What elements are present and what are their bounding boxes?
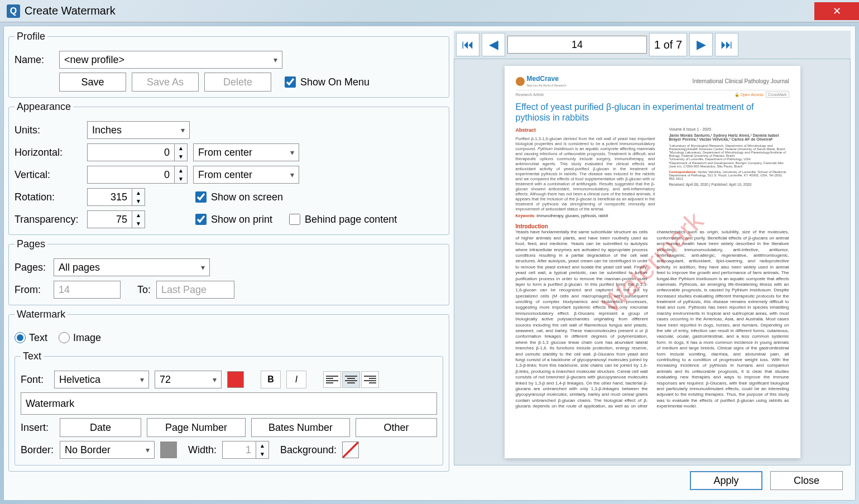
keywords: immunotherapy, glucans, pythiosis, rabbi… [536, 214, 608, 218]
width-input [222, 441, 256, 459]
pages-legend: Pages [15, 238, 47, 250]
intro-body: Yeasts have fundamentally the same subce… [516, 229, 789, 409]
text-radio[interactable] [15, 332, 26, 343]
volume-info: Volume 8 Issue 1 - 2020 [669, 127, 789, 131]
close-button[interactable]: Close [770, 471, 843, 490]
prev-page-button[interactable]: ◀ [482, 33, 505, 56]
rotation-input[interactable] [87, 188, 132, 206]
open-access-badge: 🔓 Open Access [735, 93, 764, 97]
pages-group: Pages Pages: All pages From: To: [8, 238, 449, 305]
first-page-button[interactable]: ⏮ [456, 33, 479, 56]
horizontal-label: Horizontal: [15, 147, 81, 159]
journal-name: International Clinical Pathology Journal [693, 78, 789, 84]
appearance-legend: Appearance [15, 101, 73, 113]
article-title: Effect of yeast purified β-glucan in exp… [516, 102, 789, 123]
vertical-from-select[interactable]: From center [193, 166, 299, 184]
units-select[interactable]: Inches [87, 121, 190, 139]
from-input [54, 281, 121, 299]
vertical-spinner[interactable]: ▲▼ [87, 166, 188, 184]
font-size-select[interactable]: 72 [155, 371, 222, 388]
document-preview: MedCrave Step into the World of Research… [505, 66, 800, 458]
units-label: Units: [15, 124, 81, 136]
watermark-group: Watermark Text Image Text Font: Helvetic… [8, 309, 449, 472]
rot-spin-down[interactable]: ▼ [132, 197, 145, 205]
name-label: Name: [15, 54, 54, 66]
page-navigation: ⏮ ◀ 1 of 7 ▶ ⏭ [454, 31, 851, 59]
text-color-swatch[interactable] [227, 371, 244, 388]
text-subgroup-legend: Text [21, 351, 44, 362]
watermark-text-input[interactable] [21, 392, 437, 415]
affiliations: ¹Laboratory of Mycological Research, Dep… [669, 144, 789, 168]
transparency-spinner[interactable]: ▲▼ [87, 210, 145, 228]
crossmark-badge: CrossMark [766, 92, 789, 98]
width-spinner[interactable]: ▲▼ [222, 441, 269, 459]
background-color-swatch[interactable] [342, 441, 359, 458]
rotation-spinner[interactable]: ▲▼ [87, 188, 145, 206]
align-right-button[interactable] [361, 371, 379, 388]
v-spin-down[interactable]: ▼ [175, 175, 187, 183]
vertical-label: Vertical: [15, 169, 81, 181]
pub-dates: Received: April 08, 2020 | Published: Ap… [669, 183, 789, 186]
pages-select[interactable]: All pages [54, 258, 210, 276]
insert-date-button[interactable]: Date [60, 418, 141, 437]
image-radio-label[interactable]: Image [59, 332, 101, 344]
h-spin-up[interactable]: ▲ [175, 144, 187, 152]
horizontal-spinner[interactable]: ▲▼ [87, 143, 188, 161]
pages-label: Pages: [15, 262, 48, 273]
from-label: From: [15, 284, 48, 296]
v-spin-up[interactable]: ▲ [175, 166, 187, 175]
font-label: Font: [21, 374, 49, 386]
text-subgroup: Text Font: Helvetica 72 B I [15, 351, 443, 465]
next-page-button[interactable]: ▶ [689, 33, 713, 56]
titlebar: Q Create Watermark ✕ [0, 0, 859, 22]
window-title: Create Watermark [25, 4, 116, 17]
show-menu-checkbox[interactable] [285, 76, 296, 88]
last-page-button[interactable]: ⏭ [715, 33, 738, 56]
w-spin-up[interactable]: ▲ [256, 441, 268, 450]
insert-other-button[interactable]: Other [356, 418, 437, 437]
intro-heading: Introduction [516, 223, 789, 229]
border-label: Border: [21, 444, 54, 456]
page-number-input[interactable] [507, 36, 647, 54]
preview-pane: MedCrave Step into the World of Research… [454, 59, 851, 465]
app-icon: Q [7, 4, 20, 18]
align-left-button[interactable] [323, 371, 341, 388]
bold-button[interactable]: B [261, 371, 281, 388]
horizontal-input[interactable] [87, 143, 174, 161]
behind-checkbox[interactable] [289, 214, 300, 225]
article-type: Research Article [516, 93, 544, 97]
show-screen-checkbox[interactable] [195, 191, 207, 203]
border-color-swatch[interactable] [160, 441, 177, 458]
apply-button[interactable]: Apply [690, 471, 762, 490]
trans-spin-up[interactable]: ▲ [132, 211, 145, 219]
italic-button[interactable]: I [286, 371, 306, 388]
to-input [156, 281, 234, 299]
profile-name-select[interactable]: <new profile> [59, 51, 282, 69]
profile-group: Profile Name: <new profile> Save Save As… [8, 31, 449, 98]
profile-legend: Profile [15, 31, 47, 42]
h-spin-down[interactable]: ▼ [175, 152, 187, 161]
horizontal-from-select[interactable]: From center [193, 143, 299, 161]
align-center-button[interactable] [342, 371, 360, 388]
show-print-label: Show on print [211, 214, 272, 225]
image-radio[interactable] [59, 332, 70, 343]
save-button[interactable]: Save [59, 73, 126, 92]
rot-spin-up[interactable]: ▲ [132, 189, 145, 197]
authors: Janio Morais Santurio,¹ Sydney Hartz Alv… [669, 133, 789, 142]
insert-page-button[interactable]: Page Number [147, 418, 246, 437]
font-select[interactable]: Helvetica [54, 371, 149, 388]
text-radio-label[interactable]: Text [15, 332, 47, 344]
save-as-button[interactable]: Save As [132, 73, 199, 92]
rotation-label: Rotation: [15, 191, 81, 203]
insert-bates-button[interactable]: Bates Number [251, 418, 350, 437]
show-print-checkbox[interactable] [195, 214, 207, 225]
border-select[interactable]: No Border [60, 441, 155, 459]
trans-spin-down[interactable]: ▼ [132, 219, 145, 228]
show-menu-label: Show On Menu [300, 76, 369, 88]
delete-button[interactable]: Delete [204, 73, 271, 92]
vertical-input[interactable] [87, 166, 174, 184]
transparency-input[interactable] [87, 210, 132, 228]
w-spin-down[interactable]: ▼ [256, 450, 268, 458]
window-close-button[interactable]: ✕ [814, 2, 859, 20]
background-label: Background: [280, 444, 337, 456]
